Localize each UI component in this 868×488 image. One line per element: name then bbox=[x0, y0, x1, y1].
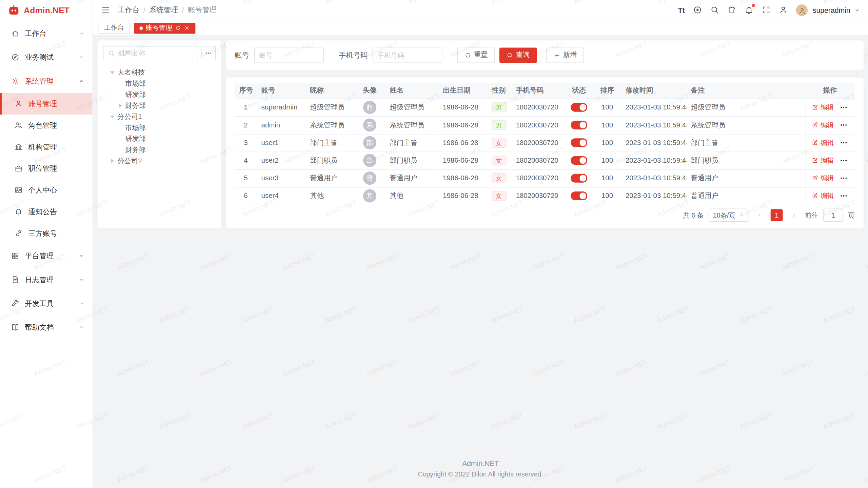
tab-close-icon[interactable] bbox=[184, 25, 190, 31]
cell-remark: 部门职员 bbox=[686, 151, 805, 169]
sidebar-item-workbench[interactable]: 工作台 bbox=[0, 22, 93, 45]
tree-node[interactable]: 市场部 bbox=[103, 122, 216, 134]
tree-node[interactable]: 研发部 bbox=[103, 89, 216, 100]
tab-active-dot bbox=[139, 26, 143, 30]
breadcrumb: 工作台/系统管理/账号管理 bbox=[118, 5, 217, 15]
tree-node[interactable]: 大名科技 bbox=[103, 67, 216, 78]
table-row: 2admin系统管理员系系统管理员1986-06-28男180200307201… bbox=[235, 116, 855, 134]
tab-account-mgmt[interactable]: 账号管理 bbox=[134, 22, 195, 34]
org-more-button[interactable] bbox=[201, 46, 216, 60]
cell-phone: 18020030720 bbox=[512, 169, 565, 187]
caret-right-icon[interactable] bbox=[116, 102, 124, 109]
avatar: 其 bbox=[363, 189, 376, 202]
refresh-circle-icon[interactable] bbox=[693, 5, 702, 14]
row-more-button[interactable] bbox=[840, 138, 848, 147]
row-more-button[interactable] bbox=[840, 174, 848, 183]
sidebar-item-system-mgmt[interactable]: 系统管理 bbox=[0, 69, 93, 93]
gender-badge: 女 bbox=[491, 173, 506, 183]
row-more-button[interactable] bbox=[840, 121, 848, 129]
search-button[interactable]: 查询 bbox=[499, 47, 537, 63]
reset-button[interactable]: 重置 bbox=[457, 47, 495, 63]
notification-bell-icon[interactable] bbox=[745, 5, 753, 14]
status-toggle[interactable] bbox=[571, 138, 587, 147]
fullscreen-icon[interactable] bbox=[762, 5, 771, 14]
caret-down-icon[interactable] bbox=[108, 69, 116, 76]
sidebar-item-account-mgmt[interactable]: 账号管理 bbox=[0, 93, 93, 115]
page-number-button[interactable]: 1 bbox=[771, 209, 783, 221]
edit-button[interactable]: 编辑 bbox=[812, 174, 834, 183]
username[interactable]: superadmin bbox=[813, 6, 850, 14]
edit-button[interactable]: 编辑 bbox=[812, 138, 834, 147]
breadcrumb-item[interactable]: 工作台 bbox=[118, 5, 140, 15]
cell-account: admin bbox=[257, 116, 306, 134]
goto-page-input[interactable] bbox=[824, 209, 843, 221]
sidebar-item-third-account[interactable]: 三方账号 bbox=[0, 222, 93, 244]
tree-node[interactable]: 市场部 bbox=[103, 78, 216, 89]
edit-button[interactable]: 编辑 bbox=[812, 156, 834, 165]
caret-right-icon[interactable] bbox=[108, 158, 116, 164]
phone-input[interactable] bbox=[377, 51, 437, 59]
row-more-button[interactable] bbox=[840, 191, 848, 200]
chevron-down-icon bbox=[79, 30, 85, 37]
status-toggle[interactable] bbox=[571, 103, 587, 112]
tools-icon bbox=[11, 299, 19, 307]
org-search-input[interactable] bbox=[118, 49, 193, 57]
column-header: 操作 bbox=[805, 83, 855, 99]
sidebar-item-business-test[interactable]: 业务测试 bbox=[0, 45, 93, 69]
search-icon[interactable] bbox=[710, 5, 719, 14]
prev-page-button[interactable] bbox=[753, 209, 766, 221]
next-page-button[interactable] bbox=[788, 209, 800, 221]
account-input[interactable] bbox=[259, 51, 319, 59]
font-size-icon[interactable]: Tt bbox=[678, 5, 685, 14]
status-toggle[interactable] bbox=[571, 191, 587, 200]
hamburger-menu-icon[interactable] bbox=[101, 5, 110, 14]
tree-node[interactable]: 分公司2 bbox=[103, 156, 216, 167]
row-more-button[interactable] bbox=[840, 103, 848, 112]
tree-node-label: 市场部 bbox=[125, 123, 146, 133]
status-toggle[interactable] bbox=[571, 174, 587, 183]
cell-nickname: 部门职员 bbox=[305, 151, 354, 169]
tree-node[interactable]: 研发部 bbox=[103, 133, 216, 144]
cell-operation: 编辑 bbox=[805, 151, 855, 169]
caret-down-icon[interactable] bbox=[108, 114, 116, 120]
sidebar-item-notice[interactable]: 通知公告 bbox=[0, 201, 93, 223]
cell-name: 部门主管 bbox=[385, 134, 438, 151]
sidebar-item-label: 系统管理 bbox=[25, 76, 78, 86]
edit-button[interactable]: 编辑 bbox=[812, 191, 834, 201]
sidebar-item-help-docs[interactable]: 帮助文档 bbox=[0, 316, 93, 339]
app-logo[interactable]: Admin.NET bbox=[0, 0, 93, 20]
user-menu-chevron-icon[interactable] bbox=[854, 7, 860, 13]
avatar[interactable] bbox=[796, 4, 808, 16]
page-size-select[interactable]: 10条/页 bbox=[709, 209, 749, 222]
sidebar-item-role-mgmt[interactable]: 角色管理 bbox=[0, 115, 93, 136]
cell-name: 部门职员 bbox=[385, 151, 438, 169]
theme-icon[interactable] bbox=[727, 5, 736, 14]
status-toggle[interactable] bbox=[571, 156, 587, 165]
edit-label: 编辑 bbox=[821, 174, 834, 183]
tree-node[interactable]: 财务部 bbox=[103, 144, 216, 156]
edit-button[interactable]: 编辑 bbox=[812, 120, 834, 130]
status-toggle[interactable] bbox=[571, 121, 587, 129]
tab-refresh-icon[interactable] bbox=[175, 25, 181, 31]
tree-node[interactable]: 分公司1 bbox=[103, 111, 216, 122]
breadcrumb-item[interactable]: 账号管理 bbox=[188, 5, 217, 15]
sidebar-item-dev-tools[interactable]: 开发工具 bbox=[0, 291, 93, 315]
cell-operation: 编辑 bbox=[805, 99, 855, 116]
breadcrumb-item[interactable]: 系统管理 bbox=[149, 5, 178, 15]
edit-button[interactable]: 编辑 bbox=[812, 103, 834, 112]
row-more-button[interactable] bbox=[840, 156, 848, 165]
sidebar-item-label: 工作台 bbox=[25, 28, 78, 38]
phone-field bbox=[373, 47, 442, 63]
sidebar-item-platform-mgmt[interactable]: 平台管理 bbox=[0, 244, 93, 268]
sidebar-item-personal-center[interactable]: 个人中心 bbox=[0, 179, 93, 201]
sidebar-item-position-mgmt[interactable]: 职位管理 bbox=[0, 158, 93, 179]
user-icon bbox=[14, 100, 22, 108]
tab-workbench[interactable]: 工作台 bbox=[99, 22, 130, 34]
sidebar-item-org-mgmt[interactable]: 机构管理 bbox=[0, 136, 93, 158]
table-row: 6user4其他其其他1986-06-28女180200307201002023… bbox=[235, 187, 855, 205]
tree-node[interactable]: 财务部 bbox=[103, 100, 216, 111]
sidebar-item-label: 职位管理 bbox=[28, 163, 85, 173]
sidebar-item-log-mgmt[interactable]: 日志管理 bbox=[0, 268, 93, 291]
add-button[interactable]: 新增 bbox=[546, 47, 584, 63]
profile-icon[interactable] bbox=[779, 5, 788, 14]
